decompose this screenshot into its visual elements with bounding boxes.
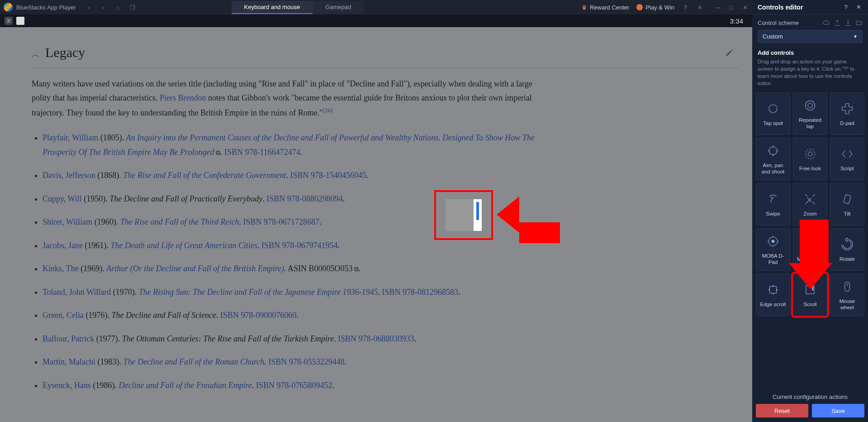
panel-help-icon[interactable]: ? bbox=[842, 3, 850, 11]
tile-label: Edge scroll bbox=[759, 301, 788, 307]
control-tile-mouse[interactable]: Mouse wheel bbox=[830, 273, 864, 316]
tile-label: Scroll bbox=[802, 301, 819, 307]
title-link[interactable]: Arthur (Or the Decline and Fall of the B… bbox=[106, 264, 284, 273]
control-tile-rotate[interactable]: Rotate bbox=[830, 228, 864, 271]
recent-icon[interactable]: ❐ bbox=[128, 3, 137, 11]
help-icon[interactable]: ? bbox=[682, 4, 689, 11]
control-tile-moba[interactable]: MOBA D-Pad bbox=[756, 228, 790, 271]
control-tile-circle[interactable]: Tap spot bbox=[756, 92, 790, 135]
scheme-import-icon[interactable] bbox=[844, 19, 852, 26]
author-link[interactable]: Eysenck, Hans bbox=[43, 381, 91, 390]
control-tile-circles[interactable]: Repeated tap bbox=[793, 92, 827, 135]
svg-point-8 bbox=[772, 240, 774, 243]
home-icon[interactable]: ⌂ bbox=[114, 3, 122, 11]
scheme-folder-icon[interactable] bbox=[855, 19, 863, 26]
author-link[interactable]: Green, Celia bbox=[43, 311, 84, 320]
paragraph: Many writers have used variations on the… bbox=[32, 77, 547, 120]
tile-label: Tap spot bbox=[761, 120, 784, 126]
controls-editor-panel: Controls editor ? ✕ Control scheme Custo… bbox=[752, 0, 868, 422]
reset-button[interactable]: Reset bbox=[756, 404, 808, 417]
panel-close-icon[interactable]: ✕ bbox=[854, 3, 863, 11]
title-link[interactable]: The Rise and Fall of the Third Reich bbox=[120, 217, 239, 226]
control-tile-edge[interactable]: Edge scroll bbox=[756, 273, 790, 316]
reference-link[interactable]: [26] bbox=[323, 107, 333, 114]
tile-label: Repeated tap bbox=[793, 117, 827, 130]
close-icon[interactable]: ✕ bbox=[741, 4, 749, 11]
play-win-link[interactable]: Play & Win bbox=[636, 4, 674, 11]
external-link-icon: ⧉ bbox=[352, 266, 359, 273]
author-link[interactable]: Kinks, The bbox=[43, 264, 79, 273]
script-icon bbox=[840, 146, 855, 162]
isbn-link[interactable]: ISBN 978-1166472474 bbox=[224, 148, 300, 157]
collapse-chevron-icon[interactable]: ︿ bbox=[32, 50, 40, 59]
isbn-link[interactable]: ISBN 978-0688030933 bbox=[338, 334, 414, 343]
isbn-link[interactable]: ISBN 978-0880298094 bbox=[266, 194, 343, 203]
control-tile-dpad[interactable]: D-pad bbox=[830, 92, 864, 135]
isbn-link[interactable]: ISBN 978-0679741954 bbox=[261, 241, 338, 250]
add-controls-help: Drag and drop an action on your game scr… bbox=[758, 58, 863, 87]
tile-label: Tilt bbox=[842, 211, 853, 217]
isbn-link[interactable]: ISBN 978-0765809452 bbox=[256, 381, 332, 390]
author-link[interactable]: Toland, John Willard bbox=[43, 288, 111, 297]
dice-icon bbox=[636, 4, 643, 10]
bibliography-item: Playfair, William (1805). An Inquiry int… bbox=[43, 131, 547, 159]
control-tile-swipe[interactable]: Swipe bbox=[756, 183, 790, 225]
isbn-link[interactable]: ISBN 978-1540456045 bbox=[290, 171, 367, 180]
author-link[interactable]: Shirer, William bbox=[43, 217, 92, 226]
back-icon[interactable]: ‹ bbox=[85, 3, 93, 11]
external-link-icon: ⧉ bbox=[214, 149, 220, 156]
tile-label: Swipe bbox=[764, 211, 782, 217]
tile-label: MOBA D-Pad bbox=[756, 253, 790, 266]
control-scheme-label: Control scheme bbox=[758, 19, 819, 26]
control-scheme-select[interactable]: Custom▼ bbox=[758, 30, 863, 43]
hamburger-icon[interactable]: ≡ bbox=[696, 4, 703, 11]
scroll-drop-demo[interactable] bbox=[434, 190, 493, 240]
control-tile-crosshair[interactable]: Aim, pan and shoot bbox=[756, 138, 790, 180]
control-tile-freelook[interactable]: Free look bbox=[793, 138, 827, 180]
author-link[interactable]: Cuppy, Will bbox=[43, 194, 82, 203]
android-status-bar: 3! 3:34 bbox=[0, 14, 752, 27]
isbn-link[interactable]: ISBN 978-0812968583 bbox=[382, 288, 458, 297]
control-tile-script[interactable]: Script bbox=[830, 138, 864, 180]
author-link[interactable]: Martin, Malachi bbox=[43, 357, 95, 366]
control-tile-tilt[interactable]: Tilt bbox=[830, 183, 864, 225]
rotate-icon bbox=[840, 237, 855, 252]
author-link[interactable]: Jacobs, Jane bbox=[43, 241, 83, 250]
isbn-link[interactable]: ISBN 978-0900076060 bbox=[220, 311, 297, 320]
author-link[interactable]: Playfair, William bbox=[43, 133, 98, 142]
svg-rect-10 bbox=[770, 287, 777, 293]
control-tile-scroll[interactable]: Scroll bbox=[793, 273, 827, 316]
scheme-cloud-icon[interactable] bbox=[823, 19, 830, 26]
reward-center-link[interactable]: ♛Reward Center bbox=[582, 4, 629, 11]
isbn-link[interactable]: ISBN 978-0671728687 bbox=[243, 217, 320, 226]
circles-icon bbox=[802, 98, 818, 113]
tab-gamepad[interactable]: Gamepad bbox=[313, 1, 364, 14]
author-link[interactable]: Davis, Jefferson bbox=[43, 171, 95, 180]
isbn-link[interactable]: ISBN 978-0553229448 bbox=[268, 357, 345, 366]
wiki-page[interactable]: ︿Legacy Many writers have used variation… bbox=[0, 27, 752, 422]
bibliography-item: Green, Celia (1976). The Decline and Fal… bbox=[43, 308, 547, 323]
tile-label: Script bbox=[839, 165, 855, 172]
title-link[interactable]: The Decline and Fall of the Roman Church bbox=[123, 357, 264, 366]
tile-label: Mouse wheel bbox=[830, 298, 864, 311]
edit-pencil-icon[interactable] bbox=[725, 48, 734, 57]
notification-icon[interactable] bbox=[16, 17, 24, 25]
scheme-export-icon[interactable] bbox=[834, 19, 841, 26]
tile-label: Free look bbox=[797, 165, 823, 172]
forward-icon[interactable]: › bbox=[100, 3, 108, 11]
title-link[interactable]: The Rise and Fall of the Confederate Gov… bbox=[123, 171, 286, 180]
bibliography-item: Martin, Malachi (1983). The Decline and … bbox=[43, 355, 547, 369]
section-heading[interactable]: ︿Legacy bbox=[32, 41, 85, 65]
bibliography-list: Playfair, William (1805). An Inquiry int… bbox=[32, 131, 547, 393]
tab-keyboard-mouse[interactable]: Keyboard and mouse bbox=[232, 1, 313, 14]
save-button[interactable]: Save bbox=[812, 404, 864, 417]
link-piers-brendon[interactable]: Piers Brendon bbox=[160, 93, 206, 102]
title-link[interactable]: The Death and Life of Great American Cit… bbox=[110, 241, 257, 250]
title-link[interactable]: Decline and Fall of the Freudian Empire bbox=[119, 381, 252, 390]
maximize-icon[interactable]: □ bbox=[728, 4, 735, 11]
minimize-icon[interactable]: — bbox=[714, 4, 721, 11]
app-switch-icon[interactable]: 3! bbox=[5, 17, 13, 25]
control-tile-zoom[interactable]: Zoom bbox=[793, 183, 827, 225]
title-link[interactable]: The Rising Sun: The Decline and Fall of … bbox=[139, 288, 378, 297]
author-link[interactable]: Balfour, Patrick bbox=[43, 334, 94, 343]
